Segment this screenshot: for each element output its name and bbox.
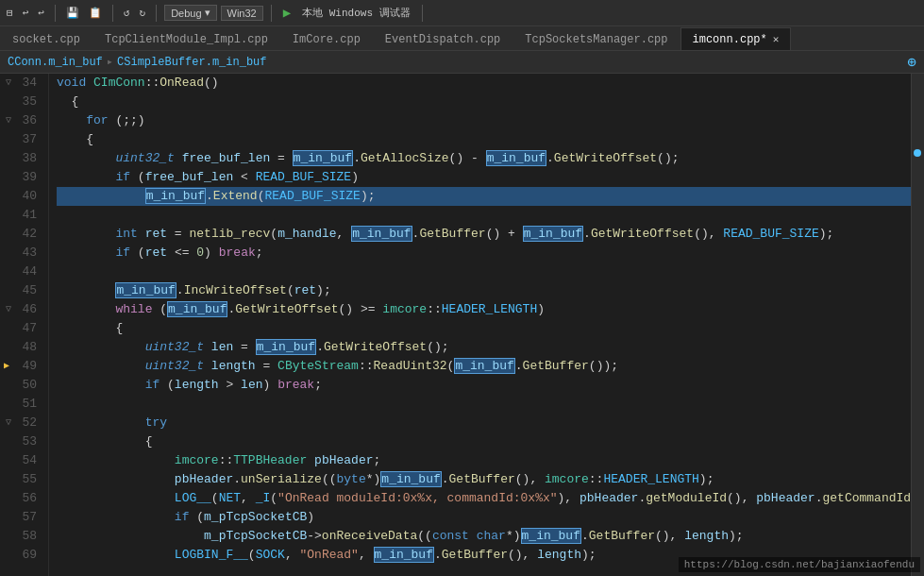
gutter-47: 47 [4, 319, 41, 338]
line-38-content: uint32_t free_buf_len = m_in_buf.GetAllo… [57, 149, 679, 168]
bookmark-49: ▶ [4, 357, 9, 376]
code-line-52: try [57, 414, 911, 432]
line-57-content: if (m_pTcpSocketCB) [57, 508, 314, 527]
expand-icon[interactable]: ⊕ [907, 53, 916, 72]
line-47-content: { [57, 319, 123, 338]
gutter-38: 38 [4, 149, 41, 168]
fold-46: ▽ [6, 300, 11, 319]
toolbar-icon-1[interactable]: ⊟ [4, 7, 16, 19]
tab-imcore[interactable]: ImCore.cpp [280, 27, 373, 50]
undo-icon[interactable]: ↺ [121, 7, 133, 19]
code-line-39: if (free_buf_len < READ_BUF_SIZE) [57, 168, 911, 187]
gutter-53: 53 [4, 432, 41, 451]
win32-button[interactable]: Win32 [221, 6, 263, 21]
line-45-content: m_in_buf.IncWriteOffset(ret); [57, 281, 331, 300]
line-39-content: if (free_buf_len < READ_BUF_SIZE) [57, 168, 359, 187]
gutter-34: ▽34 [4, 74, 41, 93]
code-editor[interactable]: void CImConn::OnRead() { for (;;) { uint… [49, 74, 911, 576]
line-41-content [57, 206, 64, 225]
gutter-51: 51 [4, 395, 41, 414]
tab-eventdispatch[interactable]: EventDispatch.cpp [373, 27, 512, 50]
line-46-content: while (m_in_buf.GetWriteOffset() >= imco… [57, 300, 545, 319]
debug-text: 本地 Windows 调试器 [298, 6, 413, 20]
run-button[interactable]: ▶ [279, 5, 294, 21]
gutter-49: ▶49 [4, 357, 41, 376]
toolbar-icon-2[interactable]: ↩ [20, 7, 32, 19]
code-line-42: int ret = netlib_recv(m_handle, m_in_buf… [57, 225, 911, 244]
tab-close-imconn[interactable]: ✕ [773, 33, 780, 45]
code-line-37: { [57, 130, 911, 149]
fold-36: ▽ [6, 111, 11, 130]
breadcrumb-part1[interactable]: CConn.m_in_buf [8, 56, 103, 69]
gutter-58: 58 [4, 527, 41, 546]
redo-icon[interactable]: ↻ [137, 7, 149, 19]
code-line-53: { [57, 432, 911, 451]
toolbar-div-5 [422, 5, 423, 22]
tab-tcpclient[interactable]: TcpClientModule_Impl.cpp [92, 27, 280, 50]
toolbar-icon-5[interactable]: 📋 [86, 7, 105, 19]
code-container: ▽34 35 ▽36 37 38 39 40 41 42 43 44 45 ▽4… [0, 74, 924, 576]
breadcrumb-part2[interactable]: CSimpleBuffer.m_in_buf [117, 56, 266, 69]
line-44-content [57, 263, 64, 281]
debug-button[interactable]: Debug ▾ [164, 5, 216, 21]
gutter-46: ▽46 [4, 300, 41, 319]
toolbar-div-1 [55, 5, 56, 22]
line-51-content [57, 395, 64, 414]
line-53-content: { [57, 432, 152, 451]
line-34-content: void CImConn::OnRead() [57, 74, 219, 93]
win32-label: Win32 [227, 8, 257, 19]
gutter-48: 48 [4, 338, 41, 357]
line-37-content: { [57, 130, 93, 149]
code-line-48: uint32_t len = m_in_buf.GetWriteOffset()… [57, 338, 911, 357]
line-54-content: imcore::TTPBHeader pbHeader; [57, 451, 380, 470]
code-line-45: m_in_buf.IncWriteOffset(ret); [57, 281, 911, 300]
tab-tcpsocketsmanager[interactable]: TcpSocketsManager.cpp [512, 27, 680, 50]
gutter-69: 69 [4, 546, 41, 565]
line-50-content: if (length > len) break; [57, 376, 322, 395]
line-42-content: int ret = netlib_recv(m_handle, m_in_buf… [57, 225, 833, 244]
debug-chevron: ▾ [205, 7, 210, 19]
tab-imconn[interactable]: imconn.cpp* ✕ [680, 27, 792, 50]
gutter-56: 56 [4, 489, 41, 508]
code-line-35: { [57, 93, 911, 111]
gutter-40: 40 [4, 187, 41, 206]
code-line-40: m_in_buf.Extend(READ_BUF_SIZE); [57, 187, 911, 206]
gutter-55: 55 [4, 470, 41, 489]
gutter-42: 42 [4, 225, 41, 244]
line-48-content: uint32_t len = m_in_buf.GetWriteOffset()… [57, 338, 449, 357]
toolbar-div-3 [156, 5, 157, 22]
gutter-57: 57 [4, 508, 41, 527]
gutter-41: 41 [4, 206, 41, 225]
line-49-content: uint32_t length = CByteStream::ReadUint3… [57, 357, 618, 376]
scroll-indicator [911, 74, 924, 576]
code-line-38: uint32_t free_buf_len = m_in_buf.GetAllo… [57, 149, 911, 168]
toolbar-icons: ⊟ ↩ ↩ 💾 📋 ↺ ↻ Debug ▾ Win32 ▶ 本地 Windows… [4, 5, 427, 22]
toolbar-div-4 [271, 5, 272, 22]
gutter-50: 50 [4, 376, 41, 395]
breadcrumb-bar: CConn.m_in_buf ▸ CSimpleBuffer.m_in_buf … [0, 51, 924, 74]
toolbar-icon-4[interactable]: 💾 [63, 7, 82, 19]
line-56-content: LOG__(NET, _I("OnRead moduleId:0x%x, com… [57, 489, 911, 508]
line-58-content: m_pTcpSocketCB->onReceiveData((const cha… [57, 527, 744, 546]
line-numbers: ▽34 35 ▽36 37 38 39 40 41 42 43 44 45 ▽4… [0, 74, 49, 576]
code-line-47: { [57, 319, 911, 338]
tab-label-tcpclient: TcpClientModule_Impl.cpp [105, 33, 268, 46]
toolbar-icon-3[interactable]: ↩ [35, 7, 47, 19]
gutter-44: 44 [4, 263, 41, 281]
gutter-35: 35 [4, 93, 41, 111]
code-line-55: pbHeader.unSerialize((byte*)m_in_buf.Get… [57, 470, 911, 489]
fold-52: ▽ [6, 414, 11, 432]
gutter-43: 43 [4, 244, 41, 263]
line-52-content: try [57, 414, 167, 432]
gutter-39: 39 [4, 168, 41, 187]
line-40-content: m_in_buf.Extend(READ_BUF_SIZE); [57, 187, 376, 206]
gutter-45: 45 [4, 281, 41, 300]
code-line-43: if (ret <= 0) break; [57, 244, 911, 263]
tab-socket[interactable]: socket.cpp [0, 27, 92, 50]
indicator-dot-1 [914, 149, 921, 157]
code-line-44 [57, 263, 911, 281]
fold-34: ▽ [6, 74, 11, 93]
code-line-56: LOG__(NET, _I("OnRead moduleId:0x%x, com… [57, 489, 911, 508]
code-line-46: while (m_in_buf.GetWriteOffset() >= imco… [57, 300, 911, 319]
title-bar: ⊟ ↩ ↩ 💾 📋 ↺ ↻ Debug ▾ Win32 ▶ 本地 Windows… [0, 0, 924, 26]
